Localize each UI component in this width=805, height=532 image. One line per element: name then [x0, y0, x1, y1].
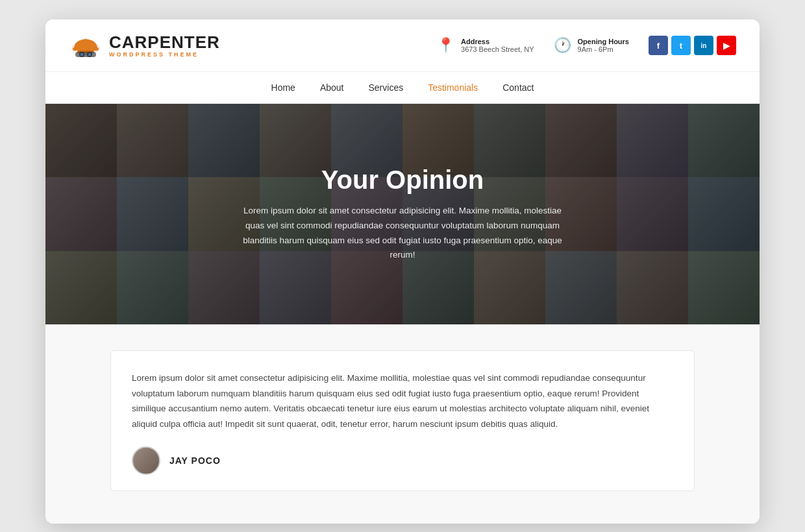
- address-label: Address: [461, 38, 534, 45]
- social-links: f t in ▶: [649, 36, 736, 55]
- hero-description: Lorem ipsum dolor sit amet consectetur a…: [234, 204, 571, 263]
- svg-rect-1: [73, 47, 99, 51]
- hero-overlay: Your Opinion Lorem ipsum dolor sit amet …: [45, 104, 760, 324]
- nav-testimonials[interactable]: Testimonials: [428, 82, 478, 93]
- hours-info: 🕐 Opening Hours 9Am - 6Pm: [554, 37, 629, 54]
- site-header: CARPENTER WORDPRESS THEME 📍 Address 3673…: [45, 19, 760, 72]
- hours-label: Opening Hours: [578, 38, 629, 45]
- nav-services[interactable]: Services: [368, 82, 403, 93]
- main-nav: Home About Services Testimonials Contact: [45, 72, 760, 104]
- address-value: 3673 Beech Street, NY: [461, 45, 534, 53]
- clock-icon: 🕐: [554, 37, 571, 54]
- youtube-button[interactable]: ▶: [717, 36, 736, 55]
- logo-name: CARPENTER: [109, 34, 220, 51]
- address-text: Address 3673 Beech Street, NY: [461, 38, 534, 53]
- twitter-button[interactable]: t: [671, 36, 691, 55]
- author-name: JAY POCO: [169, 455, 221, 466]
- hero-title: Your Opinion: [321, 165, 484, 195]
- svg-point-7: [80, 53, 84, 56]
- header-info: 📍 Address 3673 Beech Street, NY 🕐 Openin…: [437, 36, 736, 55]
- location-icon: 📍: [437, 37, 454, 54]
- address-info: 📍 Address 3673 Beech Street, NY: [437, 37, 534, 54]
- svg-point-8: [88, 53, 92, 56]
- linkedin-button[interactable]: in: [694, 36, 713, 55]
- logo-text: CARPENTER WORDPRESS THEME: [109, 34, 220, 58]
- browser-window: CARPENTER WORDPRESS THEME 📍 Address 3673…: [45, 19, 760, 524]
- testimonial-section: Lorem ipsum dolor sit amet consectetur a…: [45, 324, 760, 524]
- nav-about[interactable]: About: [320, 82, 344, 93]
- logo-tagline: WORDPRESS THEME: [109, 52, 220, 58]
- facebook-button[interactable]: f: [649, 36, 668, 55]
- logo-icon: [69, 31, 103, 60]
- hero-section: Your Opinion Lorem ipsum dolor sit amet …: [45, 104, 760, 324]
- testimonial-text: Lorem ipsum dolor sit amet consectetur a…: [132, 370, 673, 432]
- author-avatar: [132, 446, 160, 475]
- logo[interactable]: CARPENTER WORDPRESS THEME: [69, 31, 220, 60]
- nav-home[interactable]: Home: [271, 82, 295, 93]
- testimonial-author: JAY POCO: [132, 446, 673, 475]
- hours-text: Opening Hours 9Am - 6Pm: [578, 38, 629, 53]
- nav-contact[interactable]: Contact: [502, 82, 534, 93]
- testimonial-card: Lorem ipsum dolor sit amet consectetur a…: [110, 350, 695, 491]
- hours-value: 9Am - 6Pm: [578, 45, 629, 53]
